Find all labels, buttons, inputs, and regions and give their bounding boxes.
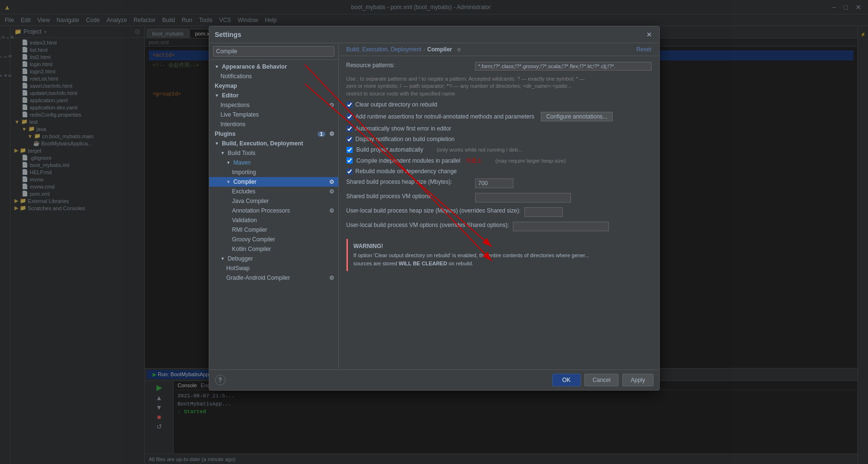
sidebar-item-label: Build, Execution, Deployment	[222, 140, 303, 147]
sidebar-item-label: Plugins	[215, 131, 236, 137]
sidebar-item-label: Java Compiler	[232, 198, 269, 204]
sidebar-item-kotlin-compiler[interactable]: Kotlin Compiler	[209, 244, 338, 254]
sidebar-item-build-tools[interactable]: ▼ Build Tools	[209, 148, 338, 158]
vm-options-input[interactable]	[475, 193, 571, 202]
rebuild-dependency-checkbox[interactable]	[346, 168, 353, 175]
sidebar-item-debugger[interactable]: ▼ Debugger	[209, 254, 338, 263]
compile-parallel-label: Compile independent modules in parallel	[357, 157, 461, 164]
user-heap-input[interactable]	[524, 207, 563, 217]
resource-patterns-hint: Use ; to separate patterns and ! to nega…	[346, 75, 652, 97]
sidebar-item-label: Importing	[232, 169, 256, 176]
build-auto-label: Build project automatically	[357, 146, 423, 153]
sidebar-item-appearance[interactable]: ▼ Appearance & Behavior	[209, 62, 338, 71]
settings-content: Build, Execution, Deployment › Compiler …	[339, 43, 659, 369]
runtime-assertions-checkbox[interactable]	[346, 114, 353, 120]
user-vm-input[interactable]	[513, 222, 609, 231]
configure-annotations-button[interactable]: Configure annotations...	[541, 112, 612, 121]
build-auto-sidenote: (only works while not running / deb...	[437, 147, 523, 153]
sidebar-item-validation[interactable]: Validation	[209, 215, 338, 225]
warning-title: WARNING!	[354, 243, 646, 250]
sidebar-item-label: Build Tools	[227, 150, 255, 156]
sidebar-item-label: Annotation Processors	[232, 207, 290, 214]
sidebar-item-hotswap[interactable]: HotSwap	[209, 263, 338, 273]
settings-sidebar: ▼ Appearance & Behavior Notifications Ke…	[209, 43, 339, 369]
display-notification-label: Display notification on build completion	[356, 136, 455, 143]
expand-arrow-icon: ▼	[215, 141, 219, 146]
heap-size-input[interactable]	[475, 178, 513, 188]
checkbox-clear-output-row: Clear output directory on rebuild	[346, 101, 652, 108]
sidebar-item-label: Appearance & Behavior	[222, 63, 286, 70]
sidebar-item-live-templates[interactable]: Live Templates	[209, 110, 338, 119]
vm-options-label: Shared build process VM options:	[346, 193, 471, 200]
reset-button[interactable]: Reset	[636, 46, 651, 53]
help-button[interactable]: ?	[215, 375, 226, 385]
sidebar-item-label: Inspections	[221, 102, 250, 108]
dialog-title-bar: Settings ✕	[209, 26, 659, 43]
sidebar-item-importing[interactable]: Importing	[209, 167, 338, 177]
sidebar-item-compiler[interactable]: ▼ Compiler ⚙	[209, 177, 338, 187]
settings-search-input[interactable]	[213, 46, 334, 57]
sidebar-item-label: Kotlin Compiler	[232, 246, 271, 252]
sidebar-item-label: Gradle-Android Compiler	[226, 274, 290, 281]
warning-text: If option 'Clear output directory on reb…	[354, 251, 646, 267]
sidebar-item-inspections[interactable]: Inspections ⚙	[209, 100, 338, 110]
cancel-button[interactable]: Cancel	[584, 374, 618, 386]
warning-box: WARNING! If option 'Clear output directo…	[346, 239, 652, 271]
expand-arrow-icon: ▼	[226, 160, 231, 165]
clear-output-checkbox[interactable]	[346, 102, 353, 108]
breadcrumb-parent[interactable]: Build, Execution, Deployment	[346, 46, 422, 53]
apply-button[interactable]: Apply	[622, 374, 653, 386]
runtime-assertions-label: Add runtime assertions for notnull-annot…	[356, 113, 535, 120]
sidebar-item-groovy-compiler[interactable]: Groovy Compiler	[209, 235, 338, 244]
compiler-gear-icon: ⚙	[329, 178, 334, 185]
checkbox-runtime-assertions-row: Add runtime assertions for notnull-annot…	[346, 112, 652, 121]
display-notification-checkbox[interactable]	[346, 136, 353, 143]
checkbox-rebuild-dependency-row: Rebuild module on dependency change	[346, 168, 652, 175]
checkbox-display-notification-row: Display notification on build completion	[346, 136, 652, 143]
dialog-close-button[interactable]: ✕	[645, 30, 654, 39]
show-first-error-checkbox[interactable]	[346, 126, 353, 132]
compiler-settings-icon: ⚙	[457, 47, 461, 52]
build-auto-checkbox[interactable]	[346, 147, 353, 153]
gradle-gear-icon: ⚙	[329, 274, 334, 281]
sidebar-item-java-compiler[interactable]: Java Compiler	[209, 196, 338, 206]
sidebar-item-label: Keymap	[215, 83, 238, 89]
sidebar-item-annotation-processors[interactable]: Annotation Processors ⚙	[209, 206, 338, 215]
resource-patterns-input[interactable]	[475, 62, 652, 71]
show-first-error-label: Automatically show first error in editor	[356, 125, 452, 132]
annotation-text: 勾选上	[466, 157, 482, 164]
breadcrumb-current: Compiler	[427, 46, 452, 53]
sidebar-item-editor[interactable]: ▼ Editor	[209, 91, 338, 100]
plugins-badge: 1	[318, 131, 325, 137]
compile-parallel-checkbox[interactable]	[346, 157, 353, 164]
resource-patterns-row: Resource patterns:	[346, 62, 652, 71]
user-vm-label: User-local build process VM options (ove…	[346, 222, 510, 228]
sidebar-item-keymap[interactable]: Keymap	[209, 81, 338, 91]
settings-breadcrumb: Build, Execution, Deployment › Compiler …	[339, 43, 659, 56]
dialog-body: ▼ Appearance & Behavior Notifications Ke…	[209, 43, 659, 369]
sidebar-item-label: Validation	[232, 217, 257, 224]
clear-output-label: Clear output directory on rebuild	[356, 101, 438, 108]
heap-size-row: Shared build process heap size (Mbytes):	[346, 178, 652, 188]
sidebar-item-rmi-compiler[interactable]: RMI Compiler	[209, 225, 338, 235]
settings-search-area	[209, 43, 338, 60]
settings-form: Resource patterns: Use ; to separate pat…	[339, 56, 659, 369]
sidebar-item-plugins[interactable]: Plugins 1 ⚙	[209, 129, 338, 139]
sidebar-item-notifications[interactable]: Notifications	[209, 71, 338, 81]
sidebar-item-intentions[interactable]: Intentions	[209, 119, 338, 129]
sidebar-item-label: Intentions	[221, 121, 246, 128]
dialog-title: Settings	[215, 31, 241, 38]
sidebar-item-build-exec[interactable]: ▼ Build, Execution, Deployment	[209, 139, 338, 148]
sidebar-item-label: Groovy Compiler	[232, 236, 275, 243]
plugins-gear-icon: ⚙	[329, 131, 334, 137]
sidebar-item-gradle-android[interactable]: Gradle-Android Compiler ⚙	[209, 273, 338, 283]
heap-size-label: Shared build process heap size (Mbytes):	[346, 178, 471, 185]
sidebar-item-label: Notifications	[221, 73, 252, 80]
sidebar-item-excludes[interactable]: Excludes ⚙	[209, 187, 338, 196]
user-heap-row: User-local build process heap size (Mbyt…	[346, 207, 652, 217]
ok-button[interactable]: OK	[552, 374, 581, 386]
sidebar-item-label: HotSwap	[226, 265, 250, 272]
sidebar-item-maven[interactable]: ▼ Maven	[209, 158, 338, 167]
inspections-gear-icon: ⚙	[329, 102, 334, 108]
resource-patterns-label: Resource patterns:	[346, 62, 471, 69]
